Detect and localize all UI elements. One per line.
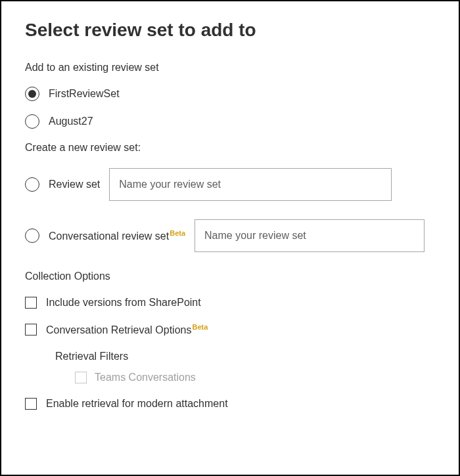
create-section-label: Create a new review set: (25, 142, 435, 154)
radio-august27[interactable]: August27 (25, 114, 435, 129)
existing-section-label: Add to an existing review set (25, 62, 435, 74)
checkbox-teams-conversations: Teams Conversations (75, 372, 435, 383)
checkbox-label: Enable retrieval for modern attachment (46, 398, 228, 410)
checkbox-conversation-retrieval[interactable]: Conversation Retrieval OptionsBeta (25, 323, 435, 336)
page-title: Select review set to add to (25, 20, 435, 41)
checkbox-icon (25, 324, 37, 335)
radio-icon (25, 114, 39, 129)
beta-badge: Beta (170, 229, 185, 237)
radio-label-text: Conversational review set (49, 230, 169, 242)
radio-review-set[interactable]: Review set (25, 168, 435, 201)
radio-label: Conversational review setBeta (49, 229, 185, 242)
checkbox-label: Teams Conversations (95, 372, 196, 383)
radio-icon (25, 87, 39, 101)
radio-icon (25, 228, 39, 243)
beta-badge: Beta (192, 323, 208, 331)
checkbox-label-text: Conversation Retrieval Options (46, 324, 191, 335)
retrieval-filters-title: Retrieval Filters (55, 351, 435, 362)
radio-icon (25, 177, 39, 192)
radio-label: FirstReviewSet (49, 88, 120, 100)
radio-label: Review set (49, 179, 100, 190)
retrieval-filters-section: Retrieval Filters Teams Conversations (55, 351, 435, 383)
review-set-name-input[interactable] (109, 168, 392, 201)
checkbox-label: Include versions from SharePoint (46, 297, 201, 309)
radio-label: August27 (49, 116, 93, 127)
radio-conversational-review-set[interactable]: Conversational review setBeta (25, 219, 435, 252)
collection-options-title: Collection Options (25, 270, 435, 282)
radio-first-review-set[interactable]: FirstReviewSet (25, 87, 435, 101)
conversational-review-set-name-input[interactable] (195, 219, 425, 252)
checkbox-icon (25, 398, 37, 410)
checkbox-modern-attachment[interactable]: Enable retrieval for modern attachment (25, 398, 435, 410)
checkbox-include-versions[interactable]: Include versions from SharePoint (25, 297, 435, 309)
checkbox-icon (75, 372, 87, 383)
checkbox-icon (25, 297, 37, 309)
checkbox-label: Conversation Retrieval OptionsBeta (46, 323, 208, 336)
